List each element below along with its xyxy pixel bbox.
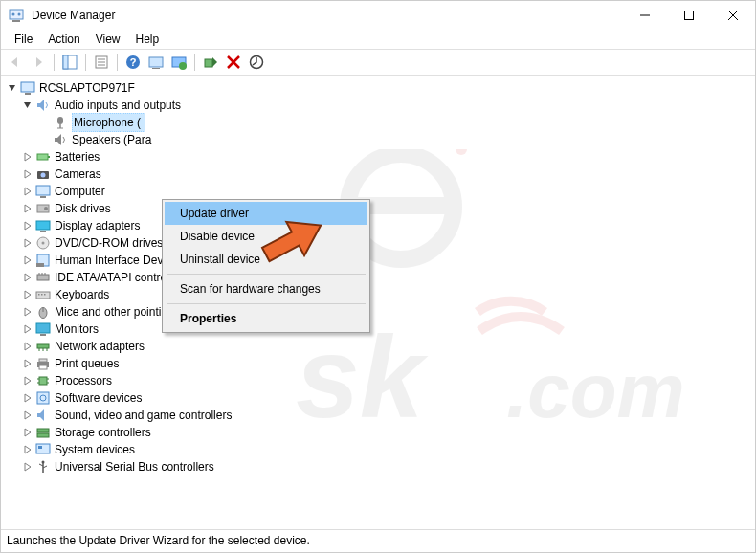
svg-rect-9 <box>63 55 68 69</box>
tree-category-storage[interactable]: Storage controllers <box>3 424 753 441</box>
software-icon <box>35 390 51 406</box>
status-bar: Launches the Update Driver Wizard for th… <box>1 529 755 552</box>
ctx-separator <box>167 274 366 275</box>
tree-category-display-adapters[interactable]: Display adapters <box>3 217 753 234</box>
expander-closed-icon[interactable] <box>20 321 35 337</box>
show-hide-tree-button[interactable] <box>59 52 80 73</box>
tree-category-print[interactable]: Print queues <box>3 355 753 372</box>
svg-point-37 <box>41 173 46 178</box>
tree-category-dvd[interactable]: DVD/CD-ROM drives <box>3 234 753 252</box>
scan-button[interactable] <box>145 52 167 73</box>
tree-category-label: Sound, video and game controllers <box>55 407 232 424</box>
tree-category-cameras[interactable]: Cameras <box>3 166 753 183</box>
tree-area: sk .com RCSLAPTOP971F <box>1 76 755 529</box>
status-text: Launches the Update Driver Wizard for th… <box>7 534 310 547</box>
svg-rect-59 <box>40 334 46 336</box>
forward-button[interactable] <box>28 52 49 73</box>
back-button[interactable] <box>5 52 26 73</box>
svg-rect-72 <box>37 392 49 404</box>
ctx-uninstall-device[interactable]: Uninstall device <box>165 248 367 271</box>
tree-category-network[interactable]: Network adapters <box>3 338 753 355</box>
help-button[interactable]: ? <box>122 52 144 73</box>
tree-category-mice[interactable]: Mice and other pointing devices <box>3 303 753 321</box>
svg-rect-17 <box>152 68 160 69</box>
tree-category-computer[interactable]: Computer <box>3 183 753 200</box>
tree-category-disk-drives[interactable]: Disk drives <box>3 200 753 217</box>
expander-closed-icon[interactable] <box>20 201 35 216</box>
expander-closed-icon[interactable] <box>20 459 35 475</box>
display-icon <box>35 218 51 233</box>
expander-closed-icon[interactable] <box>20 184 35 199</box>
close-button[interactable] <box>711 1 755 30</box>
expander-closed-icon[interactable] <box>20 253 35 268</box>
tree-category-keyboards[interactable]: Keyboards <box>3 286 753 303</box>
camera-icon <box>35 166 51 182</box>
tree-category-label: Cameras <box>55 166 101 183</box>
svg-rect-74 <box>37 429 49 432</box>
svg-point-79 <box>42 461 45 464</box>
tree-category-audio[interactable]: Audio inputs and outputs <box>3 97 753 114</box>
context-menu: Update driver Disable device Uninstall d… <box>162 199 370 333</box>
tree-item-microphone[interactable]: Microphone ( <box>3 114 753 131</box>
network-icon <box>35 339 51 354</box>
tree-category-system[interactable]: System devices <box>3 441 753 458</box>
ctx-properties[interactable]: Properties <box>165 307 367 330</box>
enable-device-button[interactable] <box>200 52 221 73</box>
svg-rect-29 <box>21 82 34 92</box>
window-controls <box>623 1 755 30</box>
tree-category-label: Batteries <box>55 148 100 166</box>
properties-button[interactable] <box>91 52 112 73</box>
toolbar-separator <box>54 54 55 71</box>
svg-rect-0 <box>10 10 23 19</box>
ctx-separator <box>167 303 366 304</box>
scan-hardware-button[interactable] <box>246 52 267 73</box>
tree-category-monitors[interactable]: Monitors <box>3 321 753 338</box>
tree-category-label: DVD/CD-ROM drives <box>55 234 163 252</box>
expander-closed-icon[interactable] <box>20 442 35 457</box>
tree-category-ide[interactable]: IDE ATA/ATAPI controllers <box>3 269 753 286</box>
menu-view[interactable]: View <box>88 31 128 48</box>
svg-rect-66 <box>39 365 47 369</box>
expander-closed-icon[interactable] <box>20 218 35 233</box>
expander-closed-icon[interactable] <box>20 373 35 388</box>
expander-closed-icon[interactable] <box>20 425 35 440</box>
expander-closed-icon[interactable] <box>20 304 35 320</box>
tree-category-usb[interactable]: Universal Serial Bus controllers <box>3 458 753 476</box>
tree-category-software[interactable]: Software devices <box>3 389 753 407</box>
device-tree[interactable]: RCSLAPTOP971F Audio inputs and outputs M… <box>1 76 755 479</box>
storage-icon <box>35 425 51 440</box>
minimize-button[interactable] <box>623 1 667 30</box>
expander-closed-icon[interactable] <box>20 149 35 165</box>
expander-closed-icon[interactable] <box>20 166 35 182</box>
expander-closed-icon[interactable] <box>20 390 35 406</box>
tree-category-label: Software devices <box>55 389 142 407</box>
expander-closed-icon[interactable] <box>20 235 35 251</box>
ctx-update-driver[interactable]: Update driver <box>165 202 367 225</box>
menu-action[interactable]: Action <box>40 31 87 48</box>
mouse-icon <box>35 304 51 320</box>
tree-item-speakers[interactable]: Speakers (Para <box>3 131 753 148</box>
expander-closed-icon[interactable] <box>20 356 35 371</box>
expander-closed-icon[interactable] <box>20 287 35 302</box>
expander-open-icon[interactable] <box>5 80 20 96</box>
tree-category-hid[interactable]: Human Interface Devices <box>3 252 753 269</box>
ctx-scan-hardware[interactable]: Scan for hardware changes <box>165 277 367 300</box>
tree-category-sound[interactable]: Sound, video and game controllers <box>3 407 753 424</box>
tree-root-label: RCSLAPTOP971F <box>39 79 135 97</box>
expander-closed-icon[interactable] <box>20 408 35 423</box>
disk-icon <box>35 201 51 216</box>
ctx-disable-device[interactable]: Disable device <box>165 225 367 248</box>
tree-category-processors[interactable]: Processors <box>3 372 753 389</box>
expander-closed-icon[interactable] <box>20 339 35 354</box>
uninstall-device-button[interactable] <box>223 52 244 73</box>
maximize-button[interactable] <box>667 1 711 30</box>
tree-category-batteries[interactable]: Batteries <box>3 148 753 166</box>
menu-help[interactable]: Help <box>128 31 167 48</box>
expander-open-icon[interactable] <box>20 98 35 113</box>
battery-icon <box>35 149 51 165</box>
tree-root[interactable]: RCSLAPTOP971F <box>3 79 753 97</box>
update-driver-button[interactable] <box>168 52 189 73</box>
menu-file[interactable]: File <box>7 31 40 48</box>
tree-category-label: Storage controllers <box>55 424 151 441</box>
expander-closed-icon[interactable] <box>20 270 35 285</box>
